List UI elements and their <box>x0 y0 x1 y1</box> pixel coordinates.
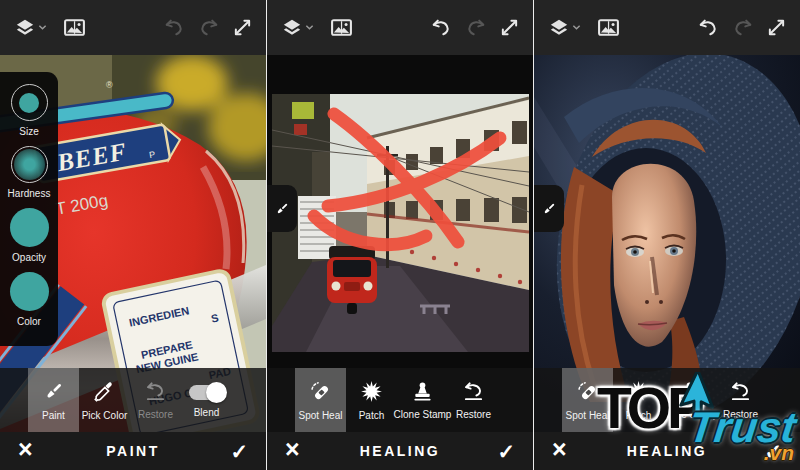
panel-healing-street: Spot Heal Patch Clone Stamp Restore × HE… <box>267 0 533 470</box>
canvas-area: Spot Heal Patch Clone Stamp Restore <box>267 55 533 432</box>
hardness-ring <box>11 146 48 183</box>
mode-title: HEALING <box>267 443 533 459</box>
topbar <box>534 0 800 55</box>
tool-spot-heal-label: Spot Heal <box>299 410 343 421</box>
topbar-right <box>430 18 519 37</box>
layers-icon[interactable] <box>548 18 581 38</box>
tool-pick-color-label: Pick Color <box>82 410 128 421</box>
photo-reg-mark: ® <box>106 80 113 90</box>
mode-title: PAINT <box>0 443 266 459</box>
undo-icon[interactable] <box>163 18 185 37</box>
color-dot <box>10 272 49 311</box>
size-label: Size <box>19 126 38 137</box>
layers-icon[interactable] <box>14 18 47 38</box>
topbar-right <box>163 18 252 37</box>
redo-icon[interactable] <box>198 18 220 37</box>
hardness-dot <box>14 149 45 180</box>
tool-restore[interactable]: Restore <box>715 368 766 432</box>
tool-spot-heal[interactable]: Spot Heal <box>295 368 346 432</box>
tool-patch[interactable]: Patch <box>346 368 397 432</box>
topbar-left <box>281 18 353 38</box>
opacity-dot <box>10 208 49 247</box>
topbar-left <box>14 18 86 38</box>
tool-patch[interactable]: Patch <box>613 368 664 432</box>
tool-patch-label: Patch <box>359 410 385 421</box>
paint-toolrow: Paint Pick Color Restore Blend <box>0 368 266 432</box>
expand-icon[interactable] <box>233 18 252 37</box>
tool-patch-label: Patch <box>626 410 652 421</box>
tool-spot-heal-label: Spot Heal <box>566 410 610 421</box>
tool-paint-label: Paint <box>42 410 65 421</box>
gallery-icon[interactable] <box>330 18 353 37</box>
gallery-icon[interactable] <box>63 18 86 37</box>
panel-paint: ® BEEF P T 200g <box>0 0 266 470</box>
brush-hardness-control[interactable]: Hardness <box>8 146 51 199</box>
opacity-label: Opacity <box>12 252 46 263</box>
undo-icon[interactable] <box>430 18 452 37</box>
topbar <box>267 0 533 55</box>
tool-clone-stamp[interactable]: Clone Stamp <box>397 368 448 432</box>
color-label: Color <box>17 316 41 327</box>
brush-opacity-control[interactable]: Opacity <box>10 208 49 263</box>
tool-paint[interactable]: Paint <box>28 368 79 432</box>
tool-restore-label: Restore <box>138 409 173 420</box>
expand-icon[interactable] <box>500 18 519 37</box>
brush-size-handle[interactable] <box>534 185 564 232</box>
gallery-icon[interactable] <box>597 18 620 37</box>
panel-healing-portrait: Spot Heal Patch Clone Stamp Restore × HE… <box>534 0 800 470</box>
tool-blend[interactable]: Blend <box>181 368 232 432</box>
brush-size-handle[interactable] <box>267 185 297 232</box>
app-screen: ® BEEF P T 200g <box>0 0 800 470</box>
tool-clone-stamp[interactable]: Clone Stamp <box>664 368 715 432</box>
tool-clone-stamp-label: Clone Stamp <box>661 409 719 420</box>
expand-icon[interactable] <box>767 18 786 37</box>
redo-icon[interactable] <box>732 18 754 37</box>
hardness-label: Hardness <box>8 188 51 199</box>
redo-icon[interactable] <box>465 18 487 37</box>
healing-toolrow: Spot Heal Patch Clone Stamp Restore <box>267 368 533 432</box>
topbar <box>0 0 266 55</box>
tool-clone-stamp-label: Clone Stamp <box>394 409 452 420</box>
canvas-area: Spot Heal Patch Clone Stamp Restore <box>534 55 800 432</box>
brush-color-control[interactable]: Color <box>10 272 49 327</box>
blend-toggle[interactable] <box>189 385 225 400</box>
size-ring <box>11 84 48 121</box>
tool-restore-label: Restore <box>723 409 758 420</box>
tool-pick-color[interactable]: Pick Color <box>79 368 130 432</box>
bottombar: × HEALING ✓ <box>267 432 533 470</box>
tool-spot-heal[interactable]: Spot Heal <box>562 368 613 432</box>
topbar-left <box>548 18 620 38</box>
brush-size-control[interactable]: Size <box>11 84 48 137</box>
topbar-right <box>697 18 786 37</box>
healing-toolrow: Spot Heal Patch Clone Stamp Restore <box>534 368 800 432</box>
mode-title: HEALING <box>534 443 800 459</box>
tool-restore[interactable]: Restore <box>448 368 499 432</box>
bottombar: × HEALING ✓ <box>534 432 800 470</box>
tool-restore[interactable]: Restore <box>130 368 181 432</box>
tool-blend-label: Blend <box>194 407 220 418</box>
bottombar: × PAINT ✓ <box>0 432 266 470</box>
brush-settings-panel: Size Hardness Opacity Color <box>0 72 58 346</box>
canvas-area: ® BEEF P T 200g <box>0 55 266 432</box>
tool-restore-label: Restore <box>456 409 491 420</box>
size-dot <box>19 93 39 113</box>
blend-toggle-knob <box>206 382 227 403</box>
layers-icon[interactable] <box>281 18 314 38</box>
undo-icon[interactable] <box>697 18 719 37</box>
